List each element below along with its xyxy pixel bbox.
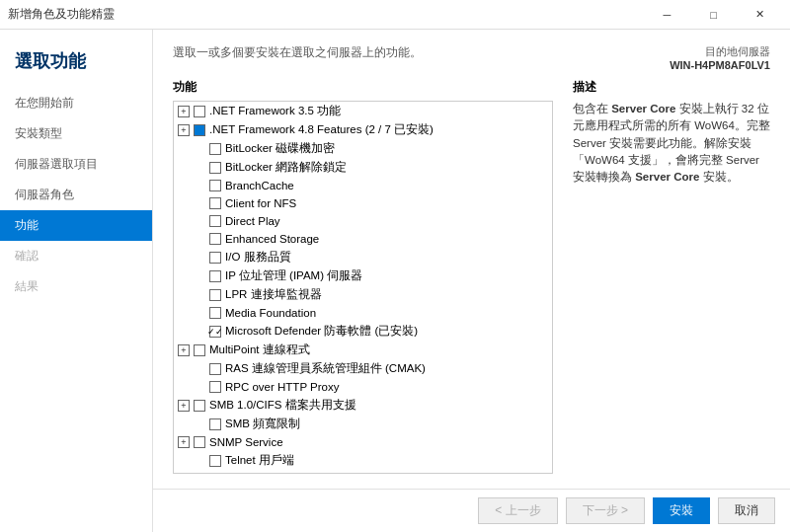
feature-item-rpc-http[interactable]: RPC over HTTP Proxy: [174, 378, 552, 396]
feature-item-lpr[interactable]: LPR 連接埠監視器: [174, 285, 552, 304]
page-subtitle: 選取一或多個要安裝在選取之伺服器上的功能。: [173, 44, 422, 61]
feature-label-snmp: SNMP Service: [209, 436, 283, 448]
feature-label-direct-play: Direct Play: [225, 215, 280, 227]
expand-btn-smb10[interactable]: +: [178, 400, 190, 412]
feature-item-snmp[interactable]: +SNMP Service: [174, 433, 552, 451]
checkbox-branchcache-net[interactable]: [209, 162, 221, 174]
feature-item-media-foundation[interactable]: Media Foundation: [174, 304, 552, 322]
install-button[interactable]: 安裝: [653, 497, 710, 524]
feature-item-telnet[interactable]: Telnet 用戶端: [174, 451, 552, 470]
features-header: 功能: [173, 79, 553, 96]
next-button[interactable]: 下一步 >: [566, 497, 645, 524]
feature-item-net48[interactable]: +.NET Framework 4.8 Features (2 / 7 已安裝): [174, 120, 552, 139]
feature-label-smb10: SMB 1.0/CIFS 檔案共用支援: [209, 398, 356, 413]
checkbox-branchcache[interactable]: [209, 180, 221, 191]
feature-label-io-service: I/O 服務品質: [225, 250, 291, 265]
feature-item-enhanced-storage[interactable]: Enhanced Storage: [174, 230, 552, 248]
checkbox-lpr[interactable]: [209, 289, 221, 301]
checkbox-smb-bandwidth[interactable]: [209, 418, 221, 430]
sidebar: 選取功能 在您開始前安裝類型伺服器選取項目伺服器角色功能確認結果: [0, 30, 153, 532]
checkbox-client-nfs[interactable]: [209, 197, 221, 209]
checkbox-smb10[interactable]: [194, 400, 205, 412]
checkbox-ipam[interactable]: [209, 270, 221, 282]
feature-label-media-foundation: Media Foundation: [225, 307, 316, 319]
feature-item-bitlocker[interactable]: BitLocker 磁碟機加密: [174, 139, 552, 158]
window-controls: ─ □ ✕: [645, 0, 782, 30]
sidebar-item-features[interactable]: 功能: [0, 210, 152, 241]
expand-btn-multipoint[interactable]: +: [178, 344, 190, 356]
description-panel: 描述 包含在 Server Core 安裝上執行 32 位元應用程式所需的所有 …: [573, 79, 770, 474]
expand-btn-net35[interactable]: +: [178, 106, 190, 117]
sidebar-header: 選取功能: [0, 39, 152, 88]
checkbox-enhanced-storage[interactable]: [209, 233, 221, 245]
checkbox-multipoint[interactable]: [194, 344, 205, 356]
sidebar-item-before-start[interactable]: 在您開始前: [0, 88, 152, 118]
feature-item-tftp[interactable]: TFTP 用戶端: [174, 470, 552, 474]
feature-item-branchcache[interactable]: BranchCache: [174, 177, 552, 194]
feature-item-smb10[interactable]: +SMB 1.0/CIFS 檔案共用支援: [174, 396, 552, 415]
sidebar-item-confirm: 確認: [0, 241, 152, 271]
server-name: WIN-H4PM8AF0LV1: [670, 59, 770, 71]
feature-label-ipam: IP 位址管理 (IPAM) 伺服器: [225, 268, 362, 283]
feature-label-branchcache: BranchCache: [225, 180, 294, 191]
sidebar-item-results: 結果: [0, 271, 152, 302]
feature-label-net48: .NET Framework 4.8 Features (2 / 7 已安裝): [209, 122, 434, 137]
checkbox-media-foundation[interactable]: [209, 307, 221, 319]
checkbox-bitlocker[interactable]: [209, 143, 221, 155]
checkbox-tftp[interactable]: [209, 474, 221, 475]
sidebar-item-install-type[interactable]: 安裝類型: [0, 118, 152, 149]
feature-item-client-nfs[interactable]: Client for NFS: [174, 194, 552, 212]
content-area: 功能 +.NET Framework 3.5 功能+.NET Framework…: [173, 79, 770, 474]
checkbox-io-service[interactable]: [209, 252, 221, 264]
cancel-button[interactable]: 取消: [718, 497, 775, 524]
sidebar-nav: 在您開始前安裝類型伺服器選取項目伺服器角色功能確認結果: [0, 88, 152, 302]
feature-label-bitlocker: BitLocker 磁碟機加密: [225, 141, 335, 156]
previous-button[interactable]: < 上一步: [478, 497, 557, 524]
feature-item-multipoint[interactable]: +MultiPoint 連線程式: [174, 341, 552, 359]
features-list[interactable]: +.NET Framework 3.5 功能+.NET Framework 4.…: [173, 101, 553, 474]
window-title: 新增角色及功能精靈: [8, 6, 115, 23]
maximize-button[interactable]: □: [691, 0, 736, 30]
feature-label-multipoint: MultiPoint 連線程式: [209, 342, 310, 357]
checkbox-snmp[interactable]: [194, 436, 205, 448]
minimize-button[interactable]: ─: [645, 0, 689, 30]
feature-item-defender[interactable]: ✓Microsoft Defender 防毒軟體 (已安裝): [174, 322, 552, 341]
feature-item-ipam[interactable]: IP 位址管理 (IPAM) 伺服器: [174, 266, 552, 285]
sidebar-item-server-roles[interactable]: 伺服器角色: [0, 180, 152, 210]
feature-label-tftp: TFTP 用戶端: [225, 472, 292, 474]
feature-label-enhanced-storage: Enhanced Storage: [225, 233, 319, 245]
title-bar: 新增角色及功能精靈 ─ □ ✕: [0, 0, 790, 30]
highlight-server-core: Server Core: [611, 103, 675, 114]
header-area: 選取一或多個要安裝在選取之伺服器上的功能。 目的地伺服器 WIN-H4PM8AF…: [173, 44, 770, 71]
feature-label-rpc-http: RPC over HTTP Proxy: [225, 381, 339, 393]
feature-item-io-service[interactable]: I/O 服務品質: [174, 248, 552, 266]
feature-label-smb-bandwidth: SMB 頻寬限制: [225, 417, 300, 431]
feature-item-branchcache-net[interactable]: BitLocker 網路解除鎖定: [174, 158, 552, 177]
sidebar-item-server-selection[interactable]: 伺服器選取項目: [0, 149, 152, 180]
checkbox-ras[interactable]: [209, 363, 221, 375]
server-label: 目的地伺服器: [670, 44, 770, 59]
checkbox-direct-play[interactable]: [209, 215, 221, 227]
feature-item-ras[interactable]: RAS 連線管理員系統管理組件 (CMAK): [174, 359, 552, 378]
feature-label-net35: .NET Framework 3.5 功能: [209, 104, 341, 118]
feature-item-smb-bandwidth[interactable]: SMB 頻寬限制: [174, 415, 552, 433]
feature-label-branchcache-net: BitLocker 網路解除鎖定: [225, 160, 347, 175]
feature-label-client-nfs: Client for NFS: [225, 197, 296, 209]
main-content: 選取一或多個要安裝在選取之伺服器上的功能。 目的地伺服器 WIN-H4PM8AF…: [153, 30, 790, 489]
close-button[interactable]: ✕: [738, 0, 782, 30]
expand-btn-snmp[interactable]: +: [178, 436, 190, 448]
checkbox-telnet[interactable]: [209, 455, 221, 467]
checkbox-defender[interactable]: ✓: [209, 326, 221, 338]
features-panel: 功能 +.NET Framework 3.5 功能+.NET Framework…: [173, 79, 553, 474]
highlight-server-core-2: Server Core: [635, 171, 699, 183]
feature-label-ras: RAS 連線管理員系統管理組件 (CMAK): [225, 361, 426, 376]
feature-label-lpr: LPR 連接埠監視器: [225, 287, 322, 302]
expand-btn-net48[interactable]: +: [178, 124, 190, 136]
description-header: 描述: [573, 79, 770, 96]
app-container: 選取功能 在您開始前安裝類型伺服器選取項目伺服器角色功能確認結果 選取一或多個要…: [0, 30, 790, 532]
feature-item-direct-play[interactable]: Direct Play: [174, 212, 552, 230]
feature-item-net35[interactable]: +.NET Framework 3.5 功能: [174, 102, 552, 120]
checkbox-net48[interactable]: [194, 124, 205, 136]
checkbox-net35[interactable]: [194, 106, 205, 117]
checkbox-rpc-http[interactable]: [209, 381, 221, 393]
